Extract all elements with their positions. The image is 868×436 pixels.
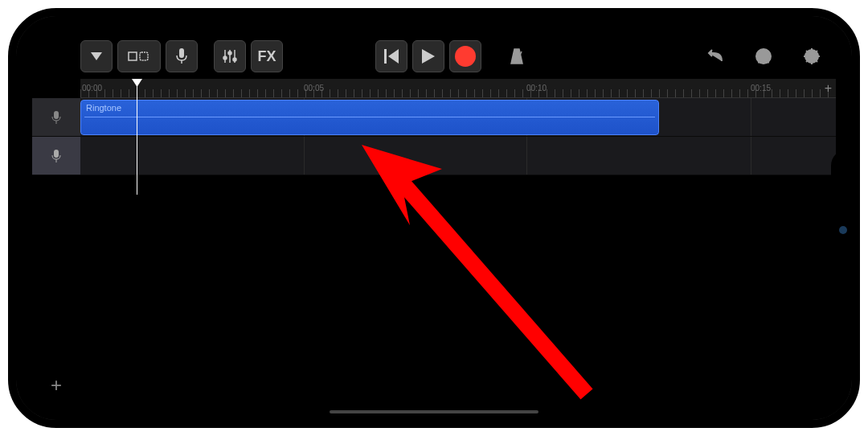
notch [831,150,854,286]
add-track-button[interactable]: + [44,373,68,397]
svg-marker-0 [91,52,102,60]
svg-marker-12 [388,49,399,64]
svg-point-8 [223,56,227,60]
svg-line-24 [816,60,817,62]
annotation-arrow [354,137,611,410]
mic-icon [51,147,62,165]
svg-line-25 [806,60,808,62]
svg-point-10 [233,58,236,61]
svg-rect-27 [54,111,59,119]
metronome-button[interactable] [501,40,533,72]
record-button[interactable] [449,40,481,72]
svg-line-23 [806,51,808,52]
settings-button[interactable] [796,40,828,72]
browser-button[interactable] [117,40,161,72]
mic-button[interactable] [166,40,198,72]
svg-rect-2 [140,52,148,60]
undo-button[interactable] [699,40,731,72]
svg-rect-1 [129,52,137,60]
bar-divider [751,137,751,175]
ruler-mark: 00:10 [526,84,547,93]
svg-line-32 [394,173,587,394]
screen: FX [16,16,852,420]
playhead[interactable] [137,79,137,195]
svg-point-9 [228,51,231,55]
svg-point-18 [809,54,814,59]
ruler-mark: 00:05 [304,84,324,93]
go-to-start-button[interactable] [375,40,407,72]
track-headers [32,98,80,175]
fx-button[interactable]: FX [251,40,283,72]
add-section-button[interactable]: + [825,81,832,96]
mixer-button[interactable] [214,40,246,72]
region-label: Ringtone [86,103,121,113]
mic-icon [51,109,62,126]
svg-rect-3 [179,48,184,58]
loop-button[interactable] [747,40,780,72]
ruler-ticks [80,89,836,97]
audio-region[interactable]: Ringtone [80,100,659,135]
svg-rect-11 [384,49,387,64]
svg-line-26 [816,51,817,52]
ruler-mark: 00:15 [751,84,771,93]
record-icon [455,46,476,67]
view-menu-button[interactable] [80,40,113,72]
bar-divider [751,98,751,136]
svg-rect-29 [54,150,59,158]
play-button[interactable] [412,40,444,72]
bar-divider [526,137,527,175]
home-indicator[interactable] [330,410,538,413]
svg-marker-13 [422,49,435,64]
iphone-frame: FX [8,8,860,428]
track-lane[interactable] [80,137,836,175]
toolbar: FX [80,36,828,76]
camera-icon [839,226,847,234]
timeline-ruler[interactable]: 00:00 00:05 00:10 00:15 + [80,79,836,98]
bar-divider [304,137,305,175]
ruler-mark: 00:00 [82,84,102,93]
track-header[interactable] [32,98,80,137]
fx-label: FX [257,48,276,65]
track-lane[interactable]: Ringtone [80,98,836,137]
track-header[interactable] [32,137,80,175]
